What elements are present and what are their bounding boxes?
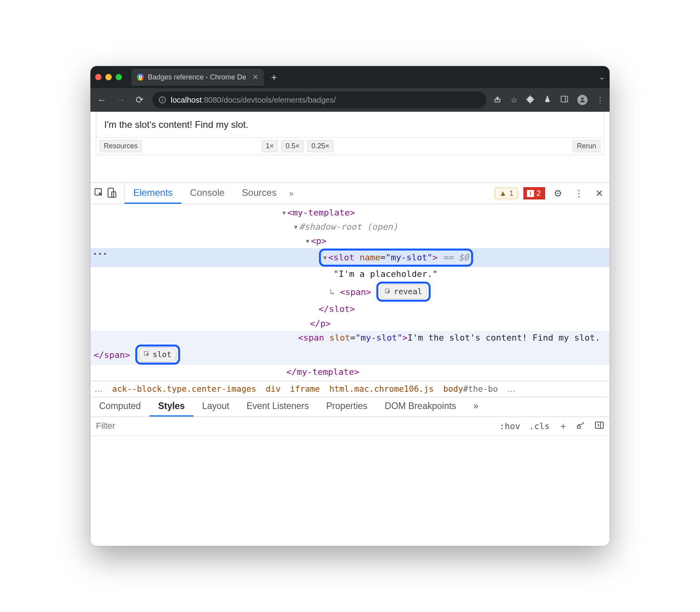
styles-toolbar: :hov .cls ＋ [90, 417, 610, 436]
paint-brush-icon[interactable] [577, 420, 586, 432]
breadcrumb-ellipsis-right[interactable]: … [507, 384, 516, 394]
bookmark-star-icon[interactable]: ☆ [510, 95, 518, 105]
dom-slot-close[interactable]: </slot> [319, 304, 355, 314]
chrome-favicon-icon [137, 74, 144, 81]
element-picker-icon[interactable] [94, 187, 105, 200]
new-tab-button[interactable]: + [271, 71, 277, 83]
address-right-icons: ☆ ⋮ [493, 95, 604, 105]
settings-gear-icon[interactable]: ⚙ [551, 188, 566, 199]
page-slot-content-text: I'm the slot's content! Find my slot. [96, 112, 604, 137]
side-panel-icon[interactable] [560, 95, 569, 105]
dom-placeholder-text[interactable]: "I'm a placeholder." [333, 269, 438, 279]
zoom-025x-button[interactable]: 0.25× [307, 140, 334, 152]
address-bar: ← → ⟳ i localhost:8080/docs/devtools/ele… [90, 88, 610, 112]
forward-icon: → [115, 94, 127, 105]
svg-rect-9 [577, 426, 580, 428]
dom-breadcrumb[interactable]: … ack--block.type.center-images div ifra… [90, 381, 610, 397]
subtab-computed[interactable]: Computed [90, 397, 149, 417]
tab-console[interactable]: Console [181, 183, 233, 204]
more-tabs-icon[interactable]: » [285, 189, 297, 198]
new-style-rule-icon[interactable]: ＋ [558, 420, 568, 432]
url-path: :8080/docs/devtools/elements/badges/ [202, 96, 336, 104]
dom-tree[interactable]: ▼<my-template> ▼#shadow-root (open) ▼<p>… [90, 204, 610, 381]
subtab-more-icon[interactable]: » [465, 397, 487, 417]
styles-subtabs: Computed Styles Layout Event Listeners P… [90, 397, 610, 417]
svg-rect-10 [595, 422, 603, 428]
zoom-05x-button[interactable]: 0.5× [281, 140, 304, 152]
subtab-layout[interactable]: Layout [193, 397, 238, 417]
share-icon[interactable] [493, 95, 502, 105]
rerun-button[interactable]: Rerun [573, 140, 601, 152]
chrome-window: Badges reference - Chrome De ✕ + ⌄ ← → ⟳… [90, 66, 610, 546]
dom-slot-selected-row[interactable]: ••• ▼<slot name="my-slot"> == $0 [90, 248, 610, 267]
subtab-dom-breakpoints[interactable]: DOM Breakpoints [376, 397, 465, 417]
slot-badge[interactable]: slot [139, 347, 177, 362]
resources-button[interactable]: Resources [99, 140, 142, 152]
back-icon[interactable]: ← [96, 94, 108, 105]
chrome-menu-icon[interactable]: ⋮ [596, 95, 604, 105]
toggle-sidebar-icon[interactable] [595, 420, 604, 432]
site-info-icon[interactable]: i [159, 96, 166, 103]
devtools-panel: Elements Console Sources » ▲ 1 !2 ⚙ ⋮ ✕ … [90, 182, 610, 546]
crumb-item[interactable]: ack--block.type.center-images [112, 384, 256, 394]
device-toggle-icon[interactable] [106, 187, 117, 200]
tab-list-chevron-icon[interactable]: ⌄ [599, 73, 605, 81]
crumb-item[interactable]: body#the-bo [443, 384, 498, 394]
subtab-properties[interactable]: Properties [317, 397, 376, 417]
url-host: localhost [171, 96, 202, 104]
page-viewport: I'm the slot's content! Find my slot. Re… [90, 112, 610, 182]
warnings-badge[interactable]: ▲ 1 [495, 188, 518, 199]
crumb-item[interactable]: html.mac.chrome106.js [329, 384, 434, 394]
hov-toggle[interactable]: :hov [499, 421, 520, 431]
devtools-close-icon[interactable]: ✕ [592, 188, 606, 199]
subtab-event-listeners[interactable]: Event Listeners [238, 397, 318, 417]
devtools-menu-icon[interactable]: ⋮ [571, 188, 587, 199]
eq-dollar-zero: == $0 [438, 253, 469, 262]
zoom-1x-button[interactable]: 1× [262, 140, 278, 152]
svg-point-3 [581, 98, 584, 100]
browser-tab[interactable]: Badges reference - Chrome De ✕ [131, 68, 264, 86]
selection-dots-icon: ••• [93, 249, 108, 260]
window-controls [95, 74, 122, 80]
minimize-icon[interactable] [105, 74, 112, 80]
error-count: 2 [536, 189, 541, 198]
svg-rect-1 [561, 96, 568, 102]
dom-my-template-close[interactable]: </my-template> [286, 367, 359, 377]
devtools-tab-bar: Elements Console Sources » ▲ 1 !2 ⚙ ⋮ ✕ [90, 183, 610, 204]
close-icon[interactable] [95, 74, 101, 80]
tab-sources[interactable]: Sources [233, 183, 285, 204]
reload-icon[interactable]: ⟳ [134, 94, 146, 105]
styles-filter-input[interactable] [90, 417, 499, 435]
maximize-icon[interactable] [116, 74, 122, 80]
labs-flask-icon[interactable] [543, 95, 551, 105]
warn-count: 1 [509, 189, 514, 198]
crumb-item[interactable]: iframe [290, 384, 320, 394]
profile-avatar-icon[interactable] [577, 95, 588, 105]
breadcrumb-ellipsis-left[interactable]: … [94, 384, 103, 394]
dom-p-close[interactable]: </p> [310, 319, 331, 328]
example-toolbar: Resources 1× 0.5× 0.25× Rerun [96, 137, 604, 155]
cls-toggle[interactable]: .cls [529, 421, 550, 431]
url-field[interactable]: i localhost:8080/docs/devtools/elements/… [153, 92, 486, 108]
subtab-styles[interactable]: Styles [149, 397, 193, 417]
svg-rect-5 [108, 188, 114, 197]
tab-close-icon[interactable]: ✕ [252, 73, 258, 81]
dom-span-slotted-row[interactable]: <span slot="my-slot">I'm the slot's cont… [90, 331, 610, 365]
tab-elements[interactable]: Elements [125, 183, 181, 204]
crumb-item[interactable]: div [266, 384, 281, 394]
chrome-tab-strip: Badges reference - Chrome De ✕ + ⌄ [90, 66, 610, 88]
dom-shadow-root[interactable]: #shadow-root (open) [299, 222, 398, 232]
tab-title: Badges reference - Chrome De [148, 73, 246, 81]
dom-my-template-open[interactable]: <my-template> [287, 208, 355, 218]
issues-badge[interactable]: !2 [523, 187, 545, 199]
reveal-badge[interactable]: reveal [380, 284, 427, 299]
dom-p-open[interactable]: <p> [311, 236, 326, 246]
extensions-puzzle-icon[interactable] [526, 95, 535, 105]
